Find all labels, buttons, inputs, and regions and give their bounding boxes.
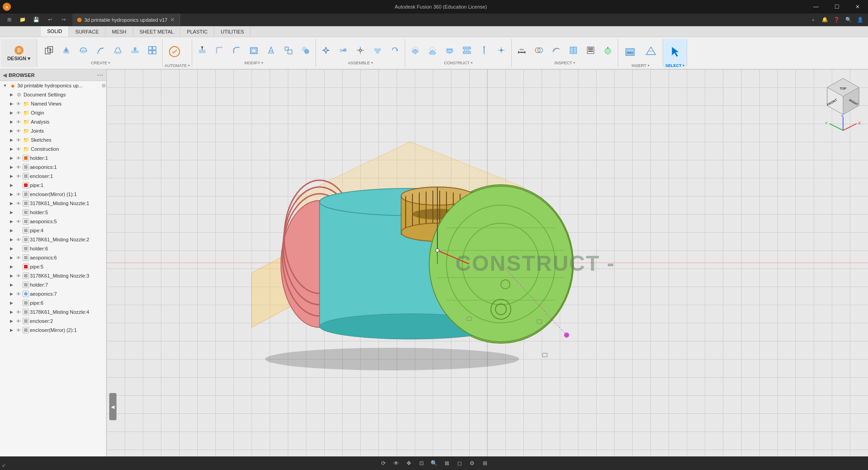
named-views-eye[interactable]: 👁 (15, 101, 22, 107)
tab-surface[interactable]: SURFACE (69, 26, 106, 37)
construction-arrow[interactable]: ▶ (8, 146, 15, 152)
chamfer-btn[interactable] (228, 42, 245, 58)
grid-settings-btn[interactable]: ⊞ (480, 458, 490, 469)
holder1-arrow[interactable]: ▶ (8, 155, 15, 161)
named-views-arrow[interactable]: ▶ (8, 101, 15, 107)
aeoponics5-arrow[interactable]: ▶ (8, 218, 15, 225)
insert-mesh-btn[interactable] (641, 40, 661, 63)
display-settings-btn[interactable]: ⚙ (467, 458, 478, 469)
pan-btn[interactable]: ✥ (403, 458, 414, 469)
automate-btn[interactable] (165, 40, 184, 63)
tree-named-views[interactable]: ▶ 👁 📁 Named Views (0, 99, 106, 108)
root-settings-icon[interactable]: ⚙ (102, 83, 106, 89)
offset-plane-btn[interactable] (407, 42, 423, 58)
tree-pipe1[interactable]: ▶ 👁 pipe:1 (0, 181, 106, 190)
sweep-btn[interactable] (92, 42, 109, 58)
close-button[interactable]: ✕ (847, 0, 868, 14)
origin-eye[interactable]: 👁 (15, 110, 22, 116)
tree-pipe4[interactable]: ▶ 👁 pipe:4 (0, 226, 106, 235)
maximize-button[interactable]: ☐ (826, 0, 847, 14)
nozzle4-arrow[interactable]: ▶ (8, 309, 15, 315)
notification-icon[interactable]: 🔔 (820, 15, 830, 25)
nozzle2-arrow[interactable]: ▶ (8, 236, 15, 243)
aeoponics5-eye[interactable]: 👁 (15, 218, 22, 225)
viewcube[interactable]: TOP RIGHT FRONT X Y Z (823, 76, 863, 117)
help-icon[interactable]: ❓ (831, 15, 842, 25)
shell-btn[interactable] (246, 42, 262, 58)
tree-holder7[interactable]: ▶ 👁 holder:7 (0, 280, 106, 289)
aeoponics6-arrow[interactable]: ▶ (8, 254, 15, 261)
tab-close-btn[interactable]: ✕ (170, 16, 175, 23)
tree-origin[interactable]: ▶ 👁 📁 Origin (0, 108, 106, 117)
viewport[interactable]: CONSTRUCT - TOP RIGHT FRONT X (107, 69, 868, 456)
aeoponics1-eye[interactable]: 👁 (15, 164, 22, 170)
tree-root[interactable]: ▼ ◆ 3d printable hydroponics up... ⚙ (0, 81, 106, 90)
holder7-arrow[interactable]: ▶ (8, 282, 15, 288)
tree-encloser1[interactable]: ▶ 👁 encloser:1 (0, 172, 106, 181)
aeoponics7-eye[interactable]: 👁 (15, 291, 22, 297)
em2-eye[interactable]: 👁 (15, 327, 22, 333)
encloser1-eye[interactable]: 👁 (15, 173, 22, 179)
holder5-arrow[interactable]: ▶ (8, 209, 15, 216)
orbit-btn[interactable]: ⟳ (378, 458, 389, 469)
tree-pipe5[interactable]: ▶ 👁 pipe:5 (0, 262, 106, 271)
angle-plane-btn[interactable] (424, 42, 441, 58)
section-btn[interactable] (565, 42, 582, 58)
tree-holder1[interactable]: ▶ 👁 holder:1 (0, 153, 106, 163)
tree-encloser-mirror1[interactable]: ▶ 👁 encloser(Mirror) (1):1 (0, 190, 106, 199)
rib-btn[interactable] (127, 42, 143, 58)
nozzle2-eye[interactable]: 👁 (15, 236, 22, 243)
zoom-window-btn[interactable]: ⊠ (441, 458, 452, 469)
doc-settings-arrow[interactable]: ▶ (8, 91, 15, 98)
pipe5-arrow[interactable]: ▶ (8, 264, 15, 270)
analysis-arrow[interactable]: ▶ (8, 119, 15, 125)
tree-encloser2[interactable]: ▶ 👁 encloser:2 (0, 317, 106, 326)
tangent-plane-btn[interactable] (441, 42, 458, 58)
midplane-btn[interactable] (459, 42, 475, 58)
nozzle1-eye[interactable]: 👁 (15, 200, 22, 206)
tree-encloser-mirror2[interactable]: ▶ 👁 encloser(Mirror) (2):1 (0, 326, 106, 335)
tab-utilities[interactable]: UTILITIES (214, 26, 251, 37)
look-at-btn[interactable]: 👁 (391, 458, 402, 469)
em2-arrow[interactable]: ▶ (8, 327, 15, 333)
new-tab-btn[interactable]: + (808, 15, 819, 25)
draft-btn[interactable] (263, 42, 279, 58)
curvature-btn[interactable] (548, 42, 564, 58)
encloser2-arrow[interactable]: ▶ (8, 318, 15, 324)
left-expand-btn[interactable]: ◀ (109, 393, 116, 420)
nozzle3-eye[interactable]: 👁 (15, 273, 22, 279)
view-cube-btn[interactable]: ◻ (454, 458, 465, 469)
pipe6-arrow[interactable]: ▶ (8, 300, 15, 306)
tree-aeoponics1[interactable]: ▶ 👁 aeoponics:1 (0, 163, 106, 172)
measure-btn[interactable]: mm (514, 42, 530, 58)
search-tab-icon[interactable]: 🔍 (843, 15, 854, 25)
rigid-group-btn[interactable] (369, 42, 386, 58)
document-tab[interactable]: 3d printable hydroponics updated v17 ✕ (73, 14, 180, 26)
tree-aeoponics6[interactable]: ▶ 👁 aeoponics:6 (0, 253, 106, 262)
joints-arrow[interactable]: ▶ (8, 128, 15, 134)
combine-btn[interactable] (297, 42, 314, 58)
tree-nozzle4[interactable]: ▶ 👁 3178K61_Misting Nozzle:4 (0, 307, 106, 317)
zoom-btn[interactable]: 🔍 (429, 458, 440, 469)
scale-btn[interactable] (280, 42, 296, 58)
root-expand-arrow[interactable]: ▼ (2, 82, 8, 89)
tree-aeoponics7[interactable]: ▶ 👁 aeoponics:7 (0, 289, 106, 298)
nozzle3-arrow[interactable]: ▶ (8, 273, 15, 279)
tree-analysis[interactable]: ▶ 👁 📁 Analysis (0, 117, 106, 126)
em1-arrow[interactable]: ▶ (8, 191, 15, 197)
user-avatar[interactable]: 👤 (855, 15, 866, 25)
joints-eye[interactable]: 👁 (15, 128, 22, 134)
holder6-arrow[interactable]: ▶ (8, 245, 15, 252)
aeoponics1-arrow[interactable]: ▶ (8, 164, 15, 170)
press-pull-btn[interactable] (194, 42, 210, 58)
holder1-eye[interactable]: 👁 (15, 155, 22, 161)
tree-doc-settings[interactable]: ▶ ⚙ Document Settings (0, 90, 106, 99)
fillet-btn[interactable] (211, 42, 228, 58)
aeoponics6-eye[interactable]: 👁 (15, 254, 22, 261)
origin-arrow[interactable]: ▶ (8, 110, 15, 116)
tree-pipe6[interactable]: ▶ 👁 pipe:6 (0, 298, 106, 307)
tree-holder6[interactable]: ▶ 👁 holder:6 (0, 244, 106, 253)
pipe1-arrow[interactable]: ▶ (8, 182, 15, 188)
undo-icon[interactable]: ↩ (44, 15, 55, 25)
tree-construction[interactable]: ▶ 👁 📁 Construction (0, 144, 106, 153)
